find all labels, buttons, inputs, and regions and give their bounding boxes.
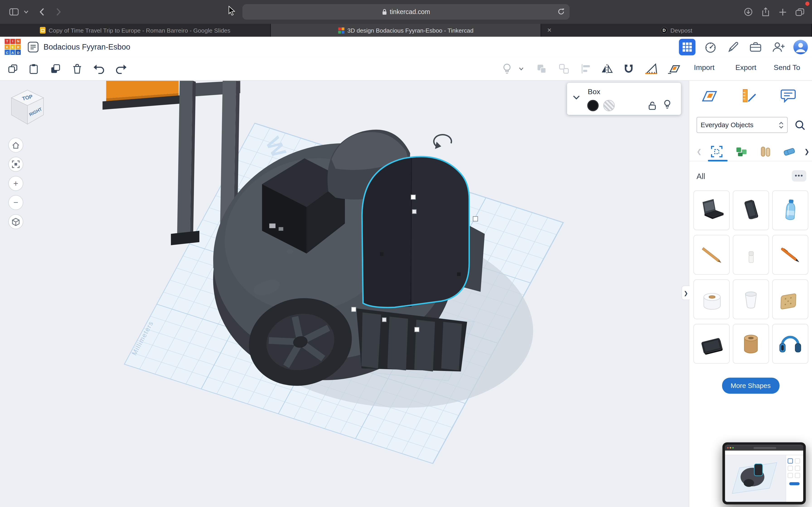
scale-handle[interactable]	[351, 307, 356, 312]
3d-scene[interactable]: Workplane Millimeters	[0, 81, 689, 507]
back-icon[interactable]	[35, 6, 48, 18]
design-menu-button[interactable]	[25, 39, 42, 55]
group-button[interactable]	[535, 63, 548, 75]
shape-tablet[interactable]	[694, 324, 730, 364]
show-all-button[interactable]	[500, 63, 514, 75]
category-prev-icon[interactable]: ❮	[691, 144, 707, 159]
tab-devpost[interactable]: ✕ D Devpost	[541, 24, 812, 37]
show-all-dropdown[interactable]	[517, 63, 525, 75]
reload-icon[interactable]	[557, 8, 565, 15]
sidebar-chevron-icon[interactable]	[22, 6, 30, 18]
tinkercad-logo[interactable]: TIN KER CAD	[5, 39, 21, 55]
panel-collapse-handle[interactable]: ❯	[681, 286, 690, 300]
shape-inspector: Box	[567, 83, 681, 115]
address-bar[interactable]: tinkercad.com	[242, 4, 570, 20]
zoom-in-button[interactable]: +	[8, 176, 23, 191]
shape-pencil[interactable]	[694, 235, 730, 275]
fit-view-button[interactable]	[8, 157, 23, 172]
shape-category-dropdown[interactable]: Everyday Objects	[697, 117, 788, 133]
more-shapes-button[interactable]: More Shapes	[722, 378, 779, 394]
redo-button[interactable]	[114, 63, 127, 75]
color-swatch-solid[interactable]	[587, 100, 599, 111]
export-button[interactable]: Export	[735, 63, 757, 71]
category-next-icon[interactable]: ❯	[799, 144, 812, 159]
dim-handle[interactable]	[457, 272, 461, 276]
mid-handle[interactable]	[382, 318, 386, 322]
circuits-button[interactable]	[702, 39, 719, 55]
tab-google-slides[interactable]: Copy of Time Travel Trip to Europe - Rom…	[0, 24, 271, 37]
invite-button[interactable]	[770, 39, 786, 55]
sidebar-toggle-icon[interactable]	[7, 6, 20, 18]
shape-water-bottle[interactable]	[772, 190, 808, 230]
zoom-out-button[interactable]: −	[8, 195, 23, 210]
home-view-button[interactable]	[8, 137, 23, 153]
ruler-helper-button[interactable]	[739, 86, 759, 106]
rotate-handle[interactable]	[434, 135, 452, 149]
send-to-button[interactable]: Send To	[774, 63, 800, 71]
mid-handle[interactable]	[412, 210, 416, 214]
tab-label: Copy of Time Travel Trip to Europe - Rom…	[49, 27, 231, 33]
perspective-toggle-button[interactable]	[8, 214, 23, 229]
section-options-button[interactable]: •••	[792, 170, 806, 181]
mirror-button[interactable]	[600, 63, 614, 75]
hide-toggle[interactable]	[664, 100, 671, 110]
delete-button[interactable]	[70, 63, 84, 75]
recording-indicator	[805, 2, 809, 6]
shape-cardboard-roll[interactable]	[733, 324, 769, 364]
color-swatch-transparent[interactable]	[603, 100, 615, 111]
align-icon	[580, 63, 591, 74]
align-button[interactable]	[579, 63, 592, 75]
tab-overview-icon[interactable]	[793, 6, 806, 18]
codeblocks-button[interactable]	[725, 39, 742, 55]
forward-icon[interactable]	[52, 6, 65, 18]
shape-chapstick[interactable]	[733, 235, 769, 275]
share-icon[interactable]	[759, 6, 772, 18]
tab-close-icon[interactable]: ✕	[546, 27, 553, 34]
shape-pen[interactable]	[772, 235, 808, 275]
shape-headphones[interactable]	[772, 324, 808, 364]
copy-icon	[7, 63, 18, 74]
blocks-view-button[interactable]	[679, 39, 696, 55]
viewport[interactable]: Workplane Millimeters	[0, 81, 689, 507]
undo-button[interactable]	[93, 63, 106, 75]
devpost-icon: D	[661, 27, 667, 34]
category-featured[interactable]	[709, 144, 724, 159]
design-title[interactable]: Bodacious Fyyran-Esboo	[44, 42, 130, 51]
laptop-icon	[697, 195, 726, 225]
notes-button[interactable]	[778, 86, 798, 106]
ruler-tool-button[interactable]	[645, 63, 658, 75]
projects-button[interactable]	[747, 39, 764, 55]
category-eraser[interactable]	[781, 144, 797, 159]
shape-paper-cup[interactable]	[733, 279, 769, 319]
lock-toggle[interactable]	[648, 101, 656, 110]
category-shape-generators[interactable]	[734, 144, 750, 159]
copy-button[interactable]	[6, 63, 19, 75]
ungroup-button[interactable]	[557, 63, 570, 75]
inspector-collapse-icon[interactable]	[573, 95, 580, 100]
screen-share-preview[interactable]	[722, 442, 806, 504]
selected-shape[interactable]	[362, 157, 469, 307]
downloads-icon[interactable]	[742, 6, 755, 18]
import-button[interactable]: Import	[694, 63, 715, 71]
category-columns[interactable]	[758, 144, 773, 159]
shape-toilet-paper[interactable]	[694, 279, 730, 319]
search-shapes-button[interactable]	[792, 117, 808, 133]
tab-tinkercad[interactable]: 3D design Bodacious Fyyran-Esboo - Tinke…	[271, 24, 542, 37]
scale-handle[interactable]	[473, 217, 478, 221]
shape-smartphone[interactable]	[733, 190, 769, 230]
duplicate-button[interactable]	[49, 63, 62, 75]
shape-laptop[interactable]	[694, 190, 730, 230]
scale-handle[interactable]	[415, 327, 419, 332]
paste-icon	[29, 63, 39, 74]
scale-handle[interactable]	[411, 195, 416, 200]
magnet-button[interactable]	[622, 63, 635, 75]
dim-handle[interactable]	[380, 252, 384, 256]
selection-brackets-icon	[711, 145, 723, 158]
paste-button[interactable]	[27, 63, 40, 75]
user-avatar[interactable]	[792, 39, 809, 55]
workplane-helper-button[interactable]	[700, 86, 719, 106]
workplane-tool-button[interactable]	[667, 63, 680, 75]
new-tab-icon[interactable]	[776, 6, 789, 18]
view-cube[interactable]: TOP RIGHT	[8, 88, 47, 127]
shape-cracker[interactable]	[772, 279, 808, 319]
